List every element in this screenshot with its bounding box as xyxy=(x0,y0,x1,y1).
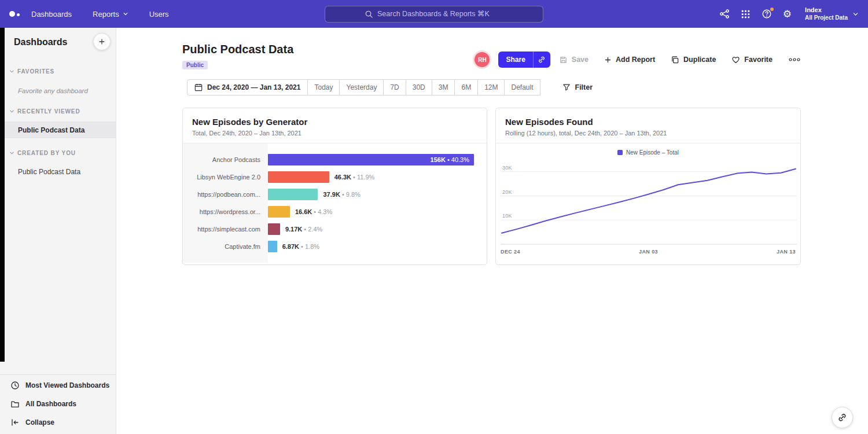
legend-label: New Episode – Total xyxy=(626,149,679,156)
filter-button[interactable]: Filter xyxy=(562,83,593,91)
report-cards: New Episodes by Generator Total, Dec 24t… xyxy=(182,108,801,265)
page-title: Public Podcast Data xyxy=(182,43,293,56)
x-tick: DEC 24 xyxy=(501,249,520,255)
nav-users[interactable]: Users xyxy=(149,10,169,19)
search-input[interactable] xyxy=(377,10,503,18)
svg-text:20K: 20K xyxy=(502,189,512,195)
filter-funnel-icon xyxy=(562,83,571,91)
plus-icon xyxy=(98,38,106,46)
preset-3m[interactable]: 3M xyxy=(432,79,455,95)
sidebar-footer: Most Viewed Dashboards All Dashboards Co… xyxy=(0,374,116,432)
save-button[interactable]: Save xyxy=(559,56,589,64)
date-range-button[interactable]: Dec 24, 2020 — Jan 13, 2021 xyxy=(187,79,308,95)
global-search[interactable] xyxy=(325,6,543,23)
line-chart-body: New Episode – Total 10K20K30K DEC 24 JAN… xyxy=(496,144,800,255)
sidebar-section-created[interactable]: CREATED BY YOU xyxy=(9,150,76,156)
share-split-button: Share xyxy=(498,52,550,68)
link-icon xyxy=(837,413,847,422)
favorites-empty-text: Favorite any dashboard xyxy=(18,87,88,94)
bar-category-label: Captivate.fm xyxy=(183,243,268,250)
bar-category-label: https://podbean.com... xyxy=(183,191,268,198)
public-badge: Public xyxy=(182,61,208,69)
svg-text:10K: 10K xyxy=(502,213,512,219)
bar-value-label: 156K • 40.3% xyxy=(431,156,474,163)
calendar-icon xyxy=(194,83,203,91)
filter-label: Filter xyxy=(575,83,593,91)
bar-track: 46.3K • 11.9% xyxy=(268,171,474,183)
line-chart-card: New Episodes Found Rolling (12 hours), t… xyxy=(495,108,801,265)
preset-yesterday[interactable]: Yesterday xyxy=(340,79,384,95)
nav-reports[interactable]: Reports xyxy=(93,10,128,19)
save-label: Save xyxy=(572,56,589,64)
bar-row: Captivate.fm6.87K • 1.8% xyxy=(183,238,487,255)
project-name: Index xyxy=(805,6,848,14)
bar-track: 37.9K • 9.8% xyxy=(268,189,474,200)
bar-value-label: 46.3K • 11.9% xyxy=(334,174,375,181)
bar[interactable] xyxy=(268,206,290,218)
help-icon[interactable] xyxy=(762,9,772,19)
bar-row: https://wordpress.or...16.6K • 4.3% xyxy=(183,203,487,220)
collapse-sidebar-button[interactable]: Collapse xyxy=(0,413,116,432)
preset-12m[interactable]: 12M xyxy=(478,79,505,95)
bar-chart-header: New Episodes by Generator Total, Dec 24t… xyxy=(183,108,487,144)
topnav-right-icons: ⚙ Index All Project Data xyxy=(719,6,868,21)
bar[interactable]: 156K • 40.3% xyxy=(268,154,474,165)
main-content: Public Podcast Data Public RH Share Save… xyxy=(116,28,868,434)
bar-value-label: 16.6K • 4.3% xyxy=(295,208,332,215)
avatar[interactable]: RH xyxy=(475,52,490,67)
data-connections-icon[interactable] xyxy=(719,9,730,19)
chevron-down-icon xyxy=(9,109,14,114)
chevron-down-icon xyxy=(9,69,14,74)
duplicate-button[interactable]: Duplicate xyxy=(671,56,716,64)
x-tick: JAN 03 xyxy=(639,249,658,255)
preset-default[interactable]: Default xyxy=(505,79,540,95)
bar[interactable] xyxy=(268,223,280,235)
section-label: FAVORITES xyxy=(17,68,54,75)
chevron-down-icon xyxy=(9,150,14,156)
preset-6m[interactable]: 6M xyxy=(455,79,478,95)
apps-grid-icon[interactable] xyxy=(741,9,751,19)
sidebar-item-public-podcast-data-created[interactable]: Public Podcast Data xyxy=(0,163,116,180)
legend-swatch xyxy=(617,150,623,155)
add-report-button[interactable]: Add Report xyxy=(604,56,655,64)
sidebar-item-public-podcast-data[interactable]: Public Podcast Data xyxy=(0,122,116,138)
footer-item-label: All Dashboards xyxy=(25,400,76,408)
x-axis-labels: DEC 24 JAN 03 JAN 13 xyxy=(501,249,796,255)
bar[interactable] xyxy=(268,241,277,252)
app-logo-icon[interactable] xyxy=(9,11,20,17)
svg-text:30K: 30K xyxy=(502,165,512,171)
bar-category-label: Anchor Podcasts xyxy=(183,156,268,163)
bar[interactable] xyxy=(268,171,329,183)
most-viewed-dashboards-button[interactable]: Most Viewed Dashboards xyxy=(0,376,116,395)
preset-30d[interactable]: 30D xyxy=(406,79,432,95)
more-options-button[interactable] xyxy=(788,57,801,62)
favorite-button[interactable]: Favorite xyxy=(731,56,773,64)
floating-link-button[interactable] xyxy=(832,407,853,428)
project-text: Index All Project Data xyxy=(805,6,848,21)
sidebar-section-recent[interactable]: RECENTLY VIEWED xyxy=(9,108,80,115)
line-chart-svg[interactable]: 10K20K30K xyxy=(501,160,797,247)
nav-dashboards[interactable]: Dashboards xyxy=(31,10,72,19)
section-label: RECENTLY VIEWED xyxy=(17,108,80,115)
bar-value-label: 9.17K • 2.4% xyxy=(285,226,322,233)
bar[interactable] xyxy=(268,189,318,200)
sidebar-title: Dashboards xyxy=(14,37,67,47)
bar-row: https://simplecast.com9.17K • 2.4% xyxy=(183,220,487,238)
settings-gear-icon[interactable]: ⚙ xyxy=(783,9,792,19)
bar-row: Anchor Podcasts156K • 40.3% xyxy=(183,151,487,168)
project-selector[interactable]: Index All Project Data xyxy=(805,6,859,21)
sidebar: Dashboards FAVORITES Favorite any dashbo… xyxy=(0,28,116,434)
all-dashboards-button[interactable]: All Dashboards xyxy=(0,395,116,413)
heart-icon xyxy=(731,56,740,64)
sidebar-section-favorites[interactable]: FAVORITES xyxy=(9,68,54,75)
copy-link-button[interactable] xyxy=(533,52,550,68)
preset-today[interactable]: Today xyxy=(308,79,340,95)
preset-7d[interactable]: 7D xyxy=(384,79,406,95)
bar-chart-title: New Episodes by Generator xyxy=(192,117,477,127)
new-dashboard-button[interactable] xyxy=(93,33,111,50)
sidebar-item-label: Public Podcast Data xyxy=(18,168,80,176)
save-icon xyxy=(559,56,568,64)
gear-glyph: ⚙ xyxy=(783,9,792,19)
share-button[interactable]: Share xyxy=(498,52,532,68)
date-controls: Dec 24, 2020 — Jan 13, 2021 Today Yester… xyxy=(187,79,593,95)
